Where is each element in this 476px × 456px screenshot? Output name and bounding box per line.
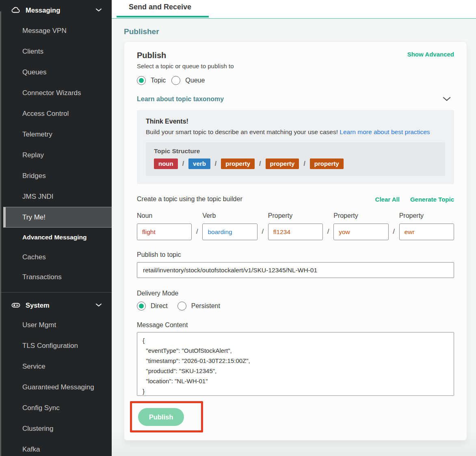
badge-noun: noun [154,159,178,169]
radio-persistent[interactable]: Persistent [177,302,220,311]
radio-queue-label: Queue [185,77,205,84]
topic-builder-fields: Noun / Verb / Property / Property [137,212,454,240]
sidebar-item-label: Transactions [22,273,62,281]
topic-builder-label: Create a topic using the topic builder [137,195,242,203]
sidebar-item-config-sync[interactable]: Config Sync [0,397,112,418]
main-content: Send and Receive Publisher Publish Show … [112,0,476,456]
sidebar-item-label: Access Control [22,110,69,118]
radio-topic[interactable]: Topic [137,76,166,85]
property-1-input[interactable] [268,224,323,240]
sidebar-item-telemetry[interactable]: Telemetry [0,124,112,145]
chevron-down-icon[interactable] [443,97,451,102]
delivery-mode-radio-group: Direct Persistent [137,302,454,311]
sidebar-item-queues[interactable]: Queues [0,62,112,83]
publish-topic-input[interactable] [137,262,454,278]
slash-separator: / [323,228,333,240]
field-label-verb: Verb [202,212,257,219]
sidebar-item-transactions[interactable]: Transactions [0,267,112,287]
chevron-down-icon[interactable] [95,8,102,12]
page-title: Publisher [124,27,476,36]
sidebar-item-tls-configuration[interactable]: TLS Configuration [0,335,112,356]
field-label-property-3: Property [399,212,454,219]
sidebar-item-connector-wizards[interactable]: Connector Wizards [0,83,112,103]
field-label-property-2: Property [333,212,388,219]
generate-topic-link[interactable]: Generate Topic [410,196,454,203]
sidebar-item-label: Message VPN [22,27,67,35]
field-label-noun: Noun [137,212,192,219]
think-events-text: Build your smart topic to describe an ev… [146,128,445,136]
sidebar-section-label: Messaging [26,7,60,14]
sidebar-item-guaranteed-messaging[interactable]: Guaranteed Messaging [0,377,112,397]
think-events-panel: Think Events! Build your smart topic to … [137,110,454,184]
topic-structure-badges: noun / verb / property / property / prop… [154,159,437,169]
radio-direct-label: Direct [151,302,168,310]
sidebar-divider [0,292,112,293]
publish-to-topic-label: Publish to topic [137,251,454,258]
sidebar-item-label: Bridges [22,172,46,180]
message-content-label: Message Content [137,321,454,329]
slash-separator: / [182,160,184,167]
sidebar-item-bridges[interactable]: Bridges [0,165,112,186]
property-2-input[interactable] [333,224,388,240]
sidebar-item-label: Telemetry [22,130,52,139]
slash-separator: / [257,228,268,240]
sidebar-item-jms-jndi[interactable]: JMS JNDI [0,186,112,207]
publish-heading: Publish [137,51,166,60]
radio-persistent-control[interactable] [177,302,186,311]
radio-queue[interactable]: Queue [171,76,205,85]
topic-structure-panel: Topic Structure noun / verb / property /… [146,142,445,176]
tab-bar: Send and Receive [112,0,476,19]
publish-button[interactable]: Publish [138,408,184,426]
radio-queue-control[interactable] [171,76,180,85]
tab-send-and-receive[interactable]: Send and Receive [129,3,191,11]
sidebar-item-label: Clients [22,48,43,56]
sidebar-scrollbar[interactable] [0,11,1,456]
sidebar-item-label: Guaranteed Messaging [22,383,94,391]
sidebar-item-service[interactable]: Service [0,356,112,377]
system-icon [11,300,21,310]
slash-separator: / [303,160,305,167]
sidebar-item-kafka[interactable]: Kafka [0,439,112,456]
clear-all-link[interactable]: Clear All [375,196,400,203]
badge-verb: verb [188,159,210,169]
topic-structure-label: Topic Structure [154,148,437,155]
sidebar-item-caches[interactable]: Caches [0,247,112,267]
sidebar-item-label: Clustering [22,425,54,433]
chevron-down-icon[interactable] [95,303,102,307]
sidebar-item-replay[interactable]: Replay [0,145,112,165]
topic-taxonomy-link[interactable]: Learn about topic taxonomy [137,96,224,103]
delivery-mode-label: Delivery Mode [137,290,454,297]
sidebar-item-clients[interactable]: Clients [0,41,112,62]
slash-separator: / [259,160,261,167]
think-events-title: Think Events! [146,118,445,125]
sidebar-item-label: Try Me! [22,213,45,221]
sidebar-item-message-vpn[interactable]: Message VPN [0,20,112,41]
sidebar-item-advanced-messaging[interactable]: Advanced Messaging [0,228,112,247]
slash-separator: / [215,160,216,167]
property-3-input[interactable] [399,224,454,240]
publish-subheading: Select a topic or queue to publish to [137,63,454,69]
annotation-highlight-box: Publish [130,401,203,432]
sidebar-item-access-control[interactable]: Access Control [0,103,112,124]
sidebar-item-user-mgmt[interactable]: User Mgmt [0,315,112,335]
sidebar-item-label: Caches [22,253,46,261]
radio-topic-control[interactable] [137,76,146,85]
sidebar-section-system[interactable]: System [0,296,112,315]
verb-input[interactable] [202,224,257,240]
sidebar-item-label: Service [22,363,45,371]
radio-direct[interactable]: Direct [137,302,168,311]
noun-input[interactable] [137,224,192,240]
sidebar-section-messaging[interactable]: Messaging [0,0,112,20]
badge-property: property [221,159,255,169]
best-practices-link[interactable]: Learn more about best practices [340,128,430,135]
show-advanced-link[interactable]: Show Advanced [407,51,454,58]
message-content-textarea[interactable]: { "eventType": "OutOfStockAlert", "times… [137,332,454,396]
radio-direct-control[interactable] [137,302,146,311]
slash-separator: / [192,228,202,240]
badge-property: property [310,159,344,169]
sidebar-item-try-me[interactable]: Try Me! [3,207,112,228]
cloud-icon [11,5,21,15]
sidebar-item-label: Queues [22,68,47,76]
sidebar-item-label: Connector Wizards [22,89,81,97]
sidebar-item-clustering[interactable]: Clustering [0,418,112,439]
